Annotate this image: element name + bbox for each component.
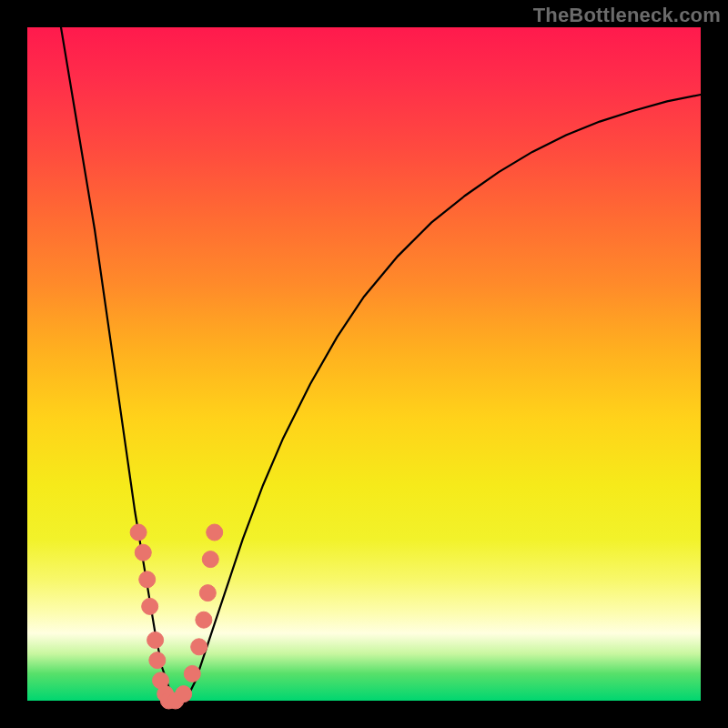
chart-frame: TheBottleneck.com xyxy=(0,0,728,728)
scatter-dot xyxy=(199,585,216,602)
scatter-dot xyxy=(147,632,164,648)
bottleneck-curve-path xyxy=(61,27,701,701)
scatter-dots-group xyxy=(130,524,223,709)
scatter-dot xyxy=(149,652,166,669)
scatter-dot xyxy=(139,571,156,588)
scatter-dot xyxy=(142,598,158,614)
chart-plot-area xyxy=(27,27,701,701)
scatter-dot xyxy=(207,524,223,541)
scatter-dot xyxy=(184,665,200,682)
scatter-dot xyxy=(135,544,151,561)
chart-svg xyxy=(27,27,701,701)
scatter-dot xyxy=(176,686,192,703)
watermark-text: TheBottleneck.com xyxy=(533,4,721,27)
scatter-dot xyxy=(191,639,207,655)
scatter-dot xyxy=(202,551,218,568)
scatter-dot xyxy=(130,524,147,541)
scatter-dot xyxy=(196,612,212,628)
